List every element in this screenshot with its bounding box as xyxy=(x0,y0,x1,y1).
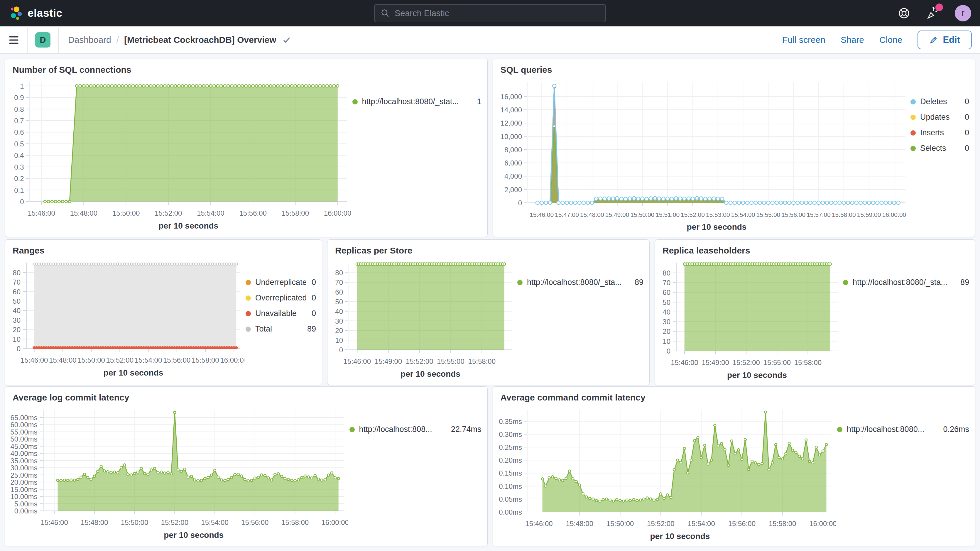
dashboard-content: Number of SQL connections 00.10.20.30.40… xyxy=(0,54,980,549)
legend-item[interactable]: Unavailable0 xyxy=(246,309,316,318)
svg-text:per 10 seconds: per 10 seconds xyxy=(158,221,218,230)
legend-dot xyxy=(910,130,916,135)
svg-text:0.3: 0.3 xyxy=(14,163,24,171)
svg-text:40.00ms: 40.00ms xyxy=(10,449,37,457)
svg-text:60: 60 xyxy=(662,288,670,296)
panel-replica-leaseholders: Replica leaseholders 0102030405060708015… xyxy=(655,239,975,385)
chart-ranges[interactable]: 0102030405060708015:46:0015:48:0015:50:0… xyxy=(9,256,244,381)
svg-text:0.4: 0.4 xyxy=(14,151,24,159)
svg-text:0: 0 xyxy=(339,346,343,354)
svg-text:14,000: 14,000 xyxy=(500,106,522,114)
legend-item[interactable]: http://localhost:8080/_sta...89 xyxy=(843,278,969,287)
legend-item[interactable]: Updates0 xyxy=(910,113,969,122)
svg-text:30: 30 xyxy=(662,318,670,326)
svg-text:2,000: 2,000 xyxy=(504,186,522,194)
svg-text:15:54:00: 15:54:00 xyxy=(197,209,224,217)
clone-button[interactable]: Clone xyxy=(879,35,902,45)
legend-dot xyxy=(246,311,251,316)
svg-text:15:46:00: 15:46:00 xyxy=(671,358,698,366)
legend-dot xyxy=(910,115,916,120)
svg-text:35.00ms: 35.00ms xyxy=(10,457,37,465)
legend-label: Deletes xyxy=(920,97,947,106)
chart-command-commit-latency[interactable]: 0.00ms0.05ms0.10ms0.15ms0.20ms0.25ms0.30… xyxy=(497,403,836,543)
svg-text:20: 20 xyxy=(662,327,670,335)
svg-text:15:57:00: 15:57:00 xyxy=(807,211,830,218)
svg-text:16:00:00: 16:00:00 xyxy=(324,209,351,217)
svg-text:0.6: 0.6 xyxy=(14,128,24,136)
svg-text:25.00ms: 25.00ms xyxy=(10,471,37,479)
dashboard-toolbar: D Dashboard / [Metricbeat CockroachDB] O… xyxy=(0,26,980,54)
panel-title: Number of SQL connections xyxy=(13,65,483,75)
elastic-logo-icon[interactable] xyxy=(9,6,23,21)
legend-label: http://localhost:8080/_stat... xyxy=(362,97,459,106)
chart-replicas-per-store[interactable]: 0102030405060708015:46:0015:49:0015:52:0… xyxy=(332,256,516,381)
svg-text:0.7: 0.7 xyxy=(14,117,24,125)
legend-value: 0 xyxy=(306,278,316,287)
legend-label: http://localhost:8080... xyxy=(847,425,924,434)
panel-ranges: Ranges 0102030405060708015:46:0015:48:00… xyxy=(5,239,322,385)
toolbar-divider xyxy=(58,26,59,54)
svg-text:65.00ms: 65.00ms xyxy=(10,414,37,422)
chart-replica-leaseholders[interactable]: 0102030405060708015:46:0015:49:0015:52:0… xyxy=(659,256,842,381)
legend-dot xyxy=(910,99,916,104)
svg-text:50: 50 xyxy=(335,298,343,306)
help-icon[interactable] xyxy=(897,6,911,20)
svg-text:15:52:00: 15:52:00 xyxy=(647,519,674,527)
legend-value: 0 xyxy=(959,128,969,137)
legend-dot xyxy=(246,326,251,332)
legend-dot xyxy=(246,280,251,285)
svg-text:15:56:00: 15:56:00 xyxy=(241,518,269,526)
legend-label: Inserts xyxy=(920,128,944,137)
svg-text:15:50:00: 15:50:00 xyxy=(606,519,633,527)
dashboard-app-badge[interactable]: D xyxy=(35,32,51,48)
edit-button-label: Edit xyxy=(943,35,960,45)
pencil-icon xyxy=(929,35,938,44)
legend-item[interactable]: http://localhost:808...22.74ms xyxy=(350,425,482,434)
svg-text:15:58:00: 15:58:00 xyxy=(832,211,856,218)
panel-title: Replica leaseholders xyxy=(662,245,971,256)
share-button[interactable]: Share xyxy=(841,35,864,45)
chart-legend: Underreplicated0Overreplicated0Unavailab… xyxy=(244,256,318,381)
legend-item[interactable]: Inserts0 xyxy=(910,128,969,137)
legend-item[interactable]: Overreplicated0 xyxy=(246,293,316,303)
svg-text:per 10 seconds: per 10 seconds xyxy=(164,530,224,540)
full-screen-button[interactable]: Full screen xyxy=(782,35,826,45)
svg-text:0: 0 xyxy=(518,199,522,207)
top-navigation-bar: elastic r xyxy=(0,0,980,26)
user-avatar[interactable]: r xyxy=(955,5,971,21)
panel-number-of-sql-connections: Number of SQL connections 00.10.20.30.40… xyxy=(5,59,488,237)
svg-text:10: 10 xyxy=(13,335,21,343)
svg-text:15:50:00: 15:50:00 xyxy=(112,209,140,217)
legend-label: http://localhost:8080/_sta... xyxy=(853,278,947,287)
chart-log-commit-latency[interactable]: 0.00ms5.00ms10.00ms15.00ms20.00ms25.00ms… xyxy=(9,403,348,543)
global-search-bar[interactable] xyxy=(374,4,606,22)
legend-dot xyxy=(517,280,523,285)
legend-item[interactable]: Selects0 xyxy=(910,144,969,153)
legend-item[interactable]: http://localhost:8080/_stat...1 xyxy=(352,97,482,106)
svg-text:10,000: 10,000 xyxy=(500,133,522,140)
legend-item[interactable]: Underreplicated0 xyxy=(246,278,316,287)
svg-text:0.1: 0.1 xyxy=(14,186,24,194)
svg-text:15:46:00: 15:46:00 xyxy=(21,356,48,364)
svg-text:0.8: 0.8 xyxy=(14,105,24,113)
legend-item[interactable]: Total89 xyxy=(246,325,316,334)
legend-label: Total xyxy=(255,325,272,334)
svg-text:0.15ms: 0.15ms xyxy=(499,469,522,477)
chart-legend: http://localhost:8080/_sta...89 xyxy=(842,256,971,381)
news-party-popper-icon[interactable] xyxy=(926,6,940,20)
legend-item[interactable]: http://localhost:8080...0.26ms xyxy=(837,425,969,434)
svg-text:40: 40 xyxy=(335,307,343,315)
svg-text:15:52:00: 15:52:00 xyxy=(154,209,182,217)
legend-value: 0 xyxy=(959,113,969,122)
svg-text:70: 70 xyxy=(335,279,343,287)
legend-item[interactable]: http://localhost:8080/_sta...89 xyxy=(517,278,643,287)
chart-sql-connections[interactable]: 00.10.20.30.40.50.60.70.80.9115:46:0015:… xyxy=(9,75,351,233)
breadcrumb-dashboard-link[interactable]: Dashboard xyxy=(68,35,111,45)
legend-item[interactable]: Deletes0 xyxy=(910,97,969,106)
svg-text:15:55:00: 15:55:00 xyxy=(437,357,464,365)
menu-hamburger-icon[interactable] xyxy=(8,34,19,46)
chart-sql-queries[interactable]: 02,0004,0006,0008,00010,00012,00014,0001… xyxy=(497,75,910,233)
edit-button[interactable]: Edit xyxy=(918,30,972,49)
search-input[interactable] xyxy=(395,8,600,18)
svg-text:per 10 seconds: per 10 seconds xyxy=(687,222,746,231)
